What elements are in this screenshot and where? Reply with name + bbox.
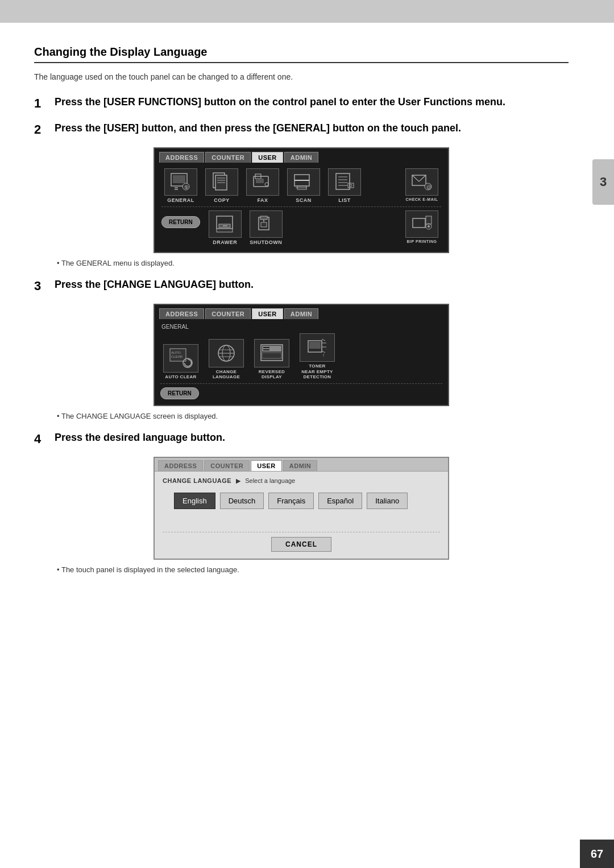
step-text-1: Press the [USER FUNCTIONS] button on the…	[55, 95, 505, 109]
screen2-icons-row: AUTO CLEAR AUTO CLEAR	[160, 333, 442, 380]
top-bar	[0, 0, 614, 23]
step-1: 1 Press the [USER FUNCTIONS] button on t…	[34, 95, 569, 111]
screen1-label-email: CHECK E-MAIL	[406, 197, 438, 201]
step-3: 3 Press the [CHANGE LANGUAGE] button.	[34, 278, 569, 294]
svg-point-14	[265, 183, 268, 186]
screen1-label-bip: BIP PRINTING	[407, 239, 437, 243]
screen3-title-row: CHANGE LANGUAGE ▶ Select a language	[163, 477, 440, 485]
svg-point-40	[428, 225, 430, 228]
screen1-icon-bip[interactable]: BIP PRINTING	[403, 210, 441, 243]
screen1-icon-copy[interactable]: COPY	[202, 168, 241, 203]
screen2-label-toner: TONERNEAR EMPTYDETECTION	[301, 363, 333, 380]
screen3-lang-buttons: English Deutsch Français Español Italian…	[163, 493, 440, 509]
screen2-tabbar: ADDRESS COUNTER USER ADMIN	[155, 305, 448, 319]
screen1-label-list: LIST	[338, 197, 351, 203]
screen1-label-copy: COPY	[214, 197, 230, 203]
svg-rect-51	[262, 346, 281, 352]
screen3-title-label: CHANGE LANGUAGE	[163, 477, 231, 484]
step-4: 4 Press the desired language button.	[34, 431, 569, 447]
screen1-tab-address[interactable]: ADDRESS	[159, 152, 204, 163]
screen2-body: GENERAL AUTO CLEAR	[155, 319, 448, 405]
screen3-tab-counter[interactable]: COUNTER	[204, 460, 250, 471]
page-content: Changing the Display Language The langua…	[0, 23, 614, 618]
screen3-body: CHANGE LANGUAGE ▶ Select a language Engl…	[155, 472, 448, 559]
screen3-tab-user[interactable]: USER	[251, 460, 282, 471]
svg-rect-19	[336, 173, 350, 189]
svg-rect-56	[309, 342, 321, 349]
screen1-icon-scan[interactable]: SCAN	[284, 168, 323, 203]
screen2-label-autoclear: AUTO CLEAR	[165, 374, 196, 380]
screen2-icon-language[interactable]: CHANGELANGUAGE	[206, 339, 247, 380]
screen1-label-general: GENERAL	[167, 197, 194, 203]
screen2-label-reversed: REVERSEDDISPLAY	[259, 369, 285, 380]
screen1-label-shutdown: SHUTDOWN	[250, 239, 282, 245]
screen-mockup-2: ADDRESS COUNTER USER ADMIN GENERAL AUTO …	[154, 304, 449, 406]
section-heading: Changing the Display Language	[34, 46, 569, 63]
svg-rect-32	[217, 229, 233, 232]
step-number-1: 1	[34, 96, 51, 111]
chapter-tab: 3	[592, 159, 614, 205]
cancel-button[interactable]: CANCEL	[271, 537, 331, 552]
svg-text:AUTO: AUTO	[171, 351, 181, 354]
screen2-tab-admin[interactable]: ADMIN	[284, 308, 319, 319]
screen2-tab-user[interactable]: USER	[252, 308, 283, 319]
screen3-cancel-row: CANCEL	[163, 532, 440, 552]
step-2: 2 Press the [USER] button, and then pres…	[34, 121, 569, 137]
page-container: 3 Changing the Display Language The lang…	[0, 0, 614, 868]
screen1-tab-admin[interactable]: ADMIN	[284, 152, 319, 163]
step-text-4: Press the desired language button.	[55, 431, 225, 445]
screen2-icon-autoclear[interactable]: AUTO CLEAR AUTO CLEAR	[160, 344, 201, 380]
step-text-3: Press the [CHANGE LANGUAGE] button.	[55, 278, 254, 292]
screen-mockup-3: ADDRESS COUNTER USER ADMIN CHANGE LANGUA…	[154, 457, 449, 560]
svg-rect-37	[413, 218, 425, 228]
svg-text:@: @	[426, 184, 432, 190]
svg-rect-13	[256, 179, 264, 183]
svg-rect-24	[348, 183, 354, 188]
screen3-tabbar: ADDRESS COUNTER USER ADMIN	[155, 458, 448, 472]
section-subtitle: The language used on the touch panel can…	[34, 72, 569, 81]
lang-btn-deutsch[interactable]: Deutsch	[220, 493, 264, 509]
screen1-icon-fax[interactable]: FAX	[243, 168, 282, 203]
lang-btn-francais[interactable]: Français	[268, 493, 314, 509]
screen-mockup-1: ADDRESS COUNTER USER ADMIN	[154, 147, 449, 253]
lang-btn-italiano[interactable]: Italiano	[367, 493, 408, 509]
screen1-icon-list[interactable]: LIST	[325, 168, 364, 203]
svg-text:!: !	[323, 353, 324, 358]
step-number-2: 2	[34, 122, 51, 137]
screen1-label-scan: SCAN	[296, 197, 312, 203]
screen1-tab-counter[interactable]: COUNTER	[205, 152, 251, 163]
screen2-section-label: GENERAL	[160, 324, 442, 330]
svg-line-57	[322, 339, 325, 341]
step-number-3: 3	[34, 279, 51, 294]
lang-btn-espanol[interactable]: Español	[318, 493, 362, 509]
screen1-label-fax: FAX	[257, 197, 268, 203]
screen1-icon-drawer[interactable]: DRAWER	[206, 210, 244, 245]
screen1-icon-email[interactable]: @ CHECK E-MAIL	[403, 168, 441, 201]
screen1-return-btn[interactable]: RETURN	[161, 216, 200, 228]
svg-text:CLEAR: CLEAR	[171, 355, 183, 358]
screen1-icon-general[interactable]: ① GENERAL	[161, 168, 200, 203]
screen3-subtitle: Select a language	[245, 477, 295, 484]
lang-btn-english[interactable]: English	[174, 493, 215, 509]
screen1-icon-shutdown[interactable]: SHUTDOWN	[247, 210, 285, 245]
screen2-return-btn[interactable]: RETURN	[160, 387, 199, 399]
svg-rect-36	[261, 222, 267, 227]
screen3-arrow: ▶	[236, 477, 240, 485]
screen3-tab-admin[interactable]: ADMIN	[283, 460, 318, 471]
screen2-icon-toner[interactable]: ! TONERNEAR EMPTYDETECTION	[297, 333, 338, 380]
screen1-body: ① GENERAL	[155, 163, 448, 252]
screen1-tab-user[interactable]: USER	[252, 152, 283, 163]
screen2-tab-address[interactable]: ADDRESS	[159, 308, 204, 319]
page-number-tab: 67	[580, 840, 614, 868]
step-text-2: Press the [USER] button, and then press …	[55, 121, 461, 135]
screen1-note: The GENERAL menu is displayed.	[57, 259, 569, 267]
screen2-icon-reversed[interactable]: REVERSEDDISPLAY	[251, 339, 292, 380]
screen2-label-language: CHANGELANGUAGE	[213, 369, 240, 380]
screen2-note: The CHANGE LANGUAGE screen is displayed.	[57, 412, 569, 420]
svg-rect-38	[426, 216, 432, 224]
screen1-label-drawer: DRAWER	[213, 239, 237, 245]
screen2-tab-counter[interactable]: COUNTER	[205, 308, 251, 319]
step-number-4: 4	[34, 432, 51, 447]
svg-text:①: ①	[184, 185, 188, 190]
screen3-tab-address[interactable]: ADDRESS	[158, 460, 203, 471]
